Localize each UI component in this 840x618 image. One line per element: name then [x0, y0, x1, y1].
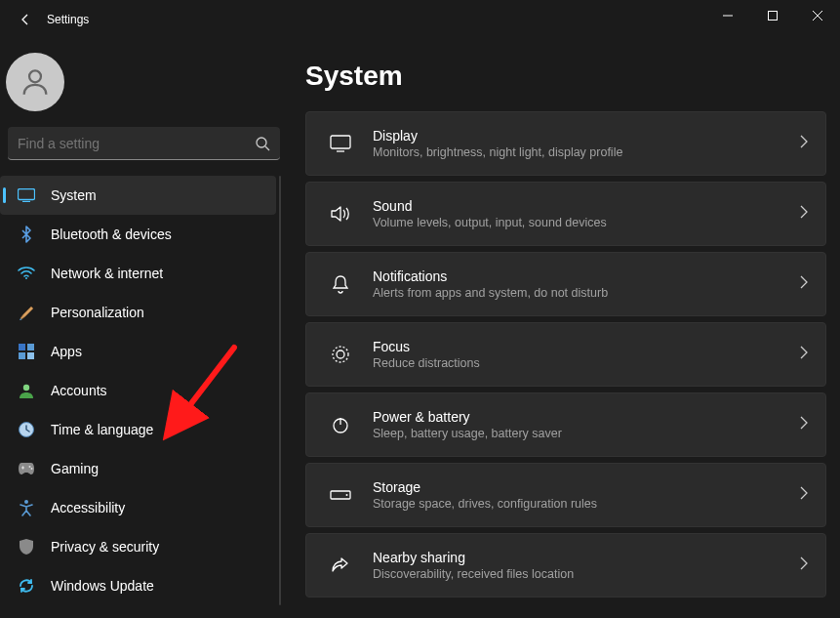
svg-point-12 [31, 468, 33, 470]
clock-icon [18, 421, 35, 438]
nav: System Bluetooth & devices Network & int… [0, 176, 288, 605]
card-title: Display [373, 128, 800, 144]
sidebar-item-system[interactable]: System [0, 176, 276, 215]
apps-icon [18, 343, 35, 360]
sidebar-item-label: Accessibility [51, 500, 125, 515]
card-storage[interactable]: StorageStorage space, drives, configurat… [305, 463, 826, 527]
focus-icon [324, 345, 357, 364]
power-icon [324, 415, 357, 434]
sidebar-item-label: System [51, 187, 97, 203]
page-title: System [305, 61, 826, 92]
svg-rect-0 [769, 12, 778, 21]
gaming-icon [18, 460, 35, 477]
sidebar-item-label: Apps [51, 344, 82, 359]
bell-icon [324, 274, 357, 294]
sound-icon [324, 205, 357, 223]
minimize-icon [723, 11, 733, 21]
svg-rect-5 [19, 344, 25, 350]
svg-rect-3 [19, 189, 35, 200]
sidebar-item-windows-update[interactable]: Windows Update [0, 566, 276, 605]
card-title: Sound [373, 198, 800, 214]
system-icon [18, 186, 35, 204]
back-arrow-icon [18, 12, 33, 27]
sidebar-item-label: Windows Update [51, 578, 154, 594]
storage-icon [324, 488, 357, 502]
card-power[interactable]: Power & batterySleep, battery usage, bat… [305, 392, 826, 457]
card-desc: Sleep, battery usage, battery saver [373, 427, 800, 440]
svg-rect-14 [331, 136, 350, 148]
sidebar-item-bluetooth[interactable]: Bluetooth & devices [0, 215, 276, 254]
svg-rect-6 [27, 344, 34, 350]
card-display[interactable]: DisplayMonitors, brightness, night light… [305, 111, 826, 176]
shield-icon [18, 538, 35, 556]
brush-icon [18, 304, 35, 321]
display-icon [324, 135, 357, 152]
app-title: Settings [47, 13, 89, 26]
chevron-right-icon [800, 205, 808, 223]
card-desc: Alerts from apps and system, do not dist… [373, 286, 800, 300]
svg-point-15 [333, 347, 348, 362]
card-desc: Discoverability, received files location [373, 567, 800, 581]
person-icon [19, 65, 52, 99]
svg-point-1 [29, 70, 41, 82]
card-desc: Reduce distractions [373, 356, 800, 370]
minimize-button[interactable] [705, 0, 750, 31]
accessibility-icon [18, 499, 35, 516]
card-title: Nearby sharing [373, 550, 800, 565]
sidebar-item-accessibility[interactable]: Accessibility [0, 488, 276, 527]
svg-point-4 [25, 277, 27, 279]
share-icon [324, 556, 357, 575]
search-input[interactable] [8, 127, 280, 160]
maximize-button[interactable] [750, 0, 795, 31]
accounts-icon [18, 382, 35, 399]
sidebar-item-privacy[interactable]: Privacy & security [0, 527, 276, 566]
back-button[interactable] [8, 12, 43, 27]
svg-point-11 [29, 466, 31, 468]
close-button[interactable] [795, 0, 840, 31]
sidebar-item-time-language[interactable]: Time & language [0, 410, 276, 449]
sidebar-item-label: Bluetooth & devices [51, 227, 172, 242]
svg-point-13 [24, 500, 28, 504]
sidebar-item-label: Personalization [51, 305, 144, 320]
sidebar-item-network[interactable]: Network & internet [0, 254, 276, 293]
card-title: Notifications [373, 268, 800, 284]
card-desc: Volume levels, output, input, sound devi… [373, 216, 800, 229]
chevron-right-icon [800, 275, 808, 293]
card-desc: Monitors, brightness, night light, displ… [373, 145, 800, 159]
sidebar-item-personalization[interactable]: Personalization [0, 293, 276, 332]
svg-point-2 [257, 138, 266, 147]
chevron-right-icon [800, 346, 808, 363]
card-title: Power & battery [373, 409, 800, 425]
main-panel: System DisplayMonitors, brightness, nigh… [288, 39, 840, 618]
chevron-right-icon [800, 556, 808, 574]
svg-point-16 [337, 350, 344, 358]
close-icon [813, 11, 822, 21]
maximize-icon [768, 11, 778, 21]
update-icon [18, 577, 35, 595]
sidebar-item-apps[interactable]: Apps [0, 332, 276, 371]
svg-point-9 [23, 385, 29, 391]
sidebar-item-label: Privacy & security [51, 539, 159, 555]
search-icon [255, 136, 270, 151]
window-controls [705, 0, 840, 31]
svg-point-19 [346, 494, 348, 496]
sidebar-item-gaming[interactable]: Gaming [0, 449, 276, 488]
search-field[interactable] [18, 136, 255, 151]
sidebar: System Bluetooth & devices Network & int… [0, 39, 288, 618]
card-desc: Storage space, drives, configuration rul… [373, 497, 800, 511]
card-focus[interactable]: FocusReduce distractions [305, 322, 826, 387]
card-sound[interactable]: SoundVolume levels, output, input, sound… [305, 182, 826, 246]
card-title: Storage [373, 479, 800, 495]
svg-rect-7 [19, 352, 25, 359]
avatar[interactable] [6, 53, 64, 111]
card-notifications[interactable]: NotificationsAlerts from apps and system… [305, 252, 826, 316]
chevron-right-icon [800, 486, 808, 504]
sidebar-item-label: Network & internet [51, 266, 163, 281]
card-title: Focus [373, 339, 800, 354]
chevron-right-icon [800, 135, 808, 152]
card-nearby-sharing[interactable]: Nearby sharingDiscoverability, received … [305, 533, 826, 597]
chevron-right-icon [800, 416, 808, 433]
sidebar-item-label: Time & language [51, 422, 153, 437]
sidebar-item-label: Gaming [51, 461, 99, 476]
sidebar-item-accounts[interactable]: Accounts [0, 371, 276, 410]
